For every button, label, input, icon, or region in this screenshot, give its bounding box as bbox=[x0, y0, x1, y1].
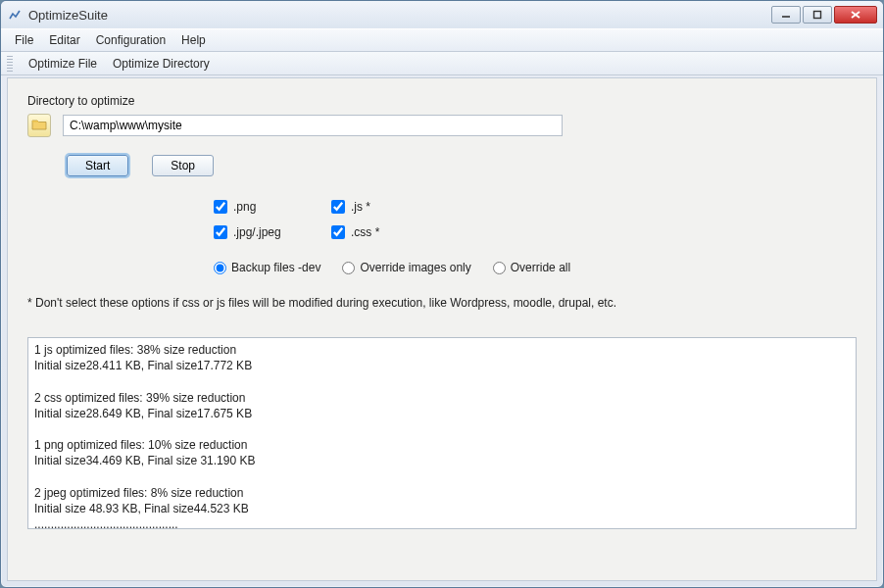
radio-override-all-label: Override all bbox=[511, 261, 570, 274]
toolbar-grip-icon bbox=[7, 56, 13, 72]
minimize-button[interactable] bbox=[771, 6, 801, 24]
directory-input[interactable] bbox=[63, 115, 563, 136]
client-area: Directory to optimize Start Stop .png .j… bbox=[7, 77, 877, 581]
checkbox-css[interactable]: .css * bbox=[331, 225, 449, 239]
action-buttons: Start Stop bbox=[67, 155, 857, 176]
checkbox-css-label: .css * bbox=[351, 225, 379, 239]
log-output[interactable]: 1 js optimized files: 38% size reduction… bbox=[28, 338, 856, 528]
checkbox-jpg-label: .jpg/.jpeg bbox=[233, 225, 281, 239]
start-button[interactable]: Start bbox=[67, 155, 128, 176]
radio-override-all-input[interactable] bbox=[493, 262, 506, 274]
browse-folder-button[interactable] bbox=[27, 114, 51, 137]
maximize-button[interactable] bbox=[803, 6, 832, 24]
checkbox-css-input[interactable] bbox=[331, 225, 345, 239]
filetype-options: .png .js * .jpg/.jpeg .css * bbox=[214, 200, 857, 239]
folder-icon bbox=[31, 118, 47, 134]
stop-button[interactable]: Stop bbox=[152, 155, 214, 176]
menu-configuration[interactable]: Configuration bbox=[88, 30, 173, 50]
window-controls bbox=[771, 6, 877, 24]
checkbox-js[interactable]: .js * bbox=[331, 200, 449, 214]
menu-help[interactable]: Help bbox=[173, 30, 214, 50]
radio-override-images-input[interactable] bbox=[342, 262, 355, 274]
radio-override-all[interactable]: Override all bbox=[493, 261, 570, 274]
checkbox-jpg-input[interactable] bbox=[214, 225, 227, 239]
checkbox-jpg[interactable]: .jpg/.jpeg bbox=[214, 225, 331, 239]
titlebar: OptimizeSuite bbox=[1, 1, 883, 28]
toolbar: Optimize File Optimize Directory bbox=[1, 52, 883, 75]
checkbox-png[interactable]: .png bbox=[214, 200, 331, 214]
directory-row bbox=[27, 114, 857, 137]
radio-backup-input[interactable] bbox=[214, 262, 226, 274]
mode-radios: Backup files -dev Override images only O… bbox=[214, 261, 857, 274]
toolbar-optimize-directory[interactable]: Optimize Directory bbox=[109, 55, 214, 73]
log-panel: 1 js optimized files: 38% size reduction… bbox=[27, 337, 857, 529]
close-button[interactable] bbox=[834, 6, 877, 24]
checkbox-png-input[interactable] bbox=[214, 200, 227, 214]
checkbox-png-label: .png bbox=[233, 200, 256, 214]
svg-rect-1 bbox=[814, 12, 821, 19]
menu-file[interactable]: File bbox=[7, 30, 41, 50]
footnote: * Don't select these options if css or j… bbox=[27, 296, 857, 310]
directory-label: Directory to optimize bbox=[27, 94, 857, 108]
app-window: OptimizeSuite File Editar Configuration … bbox=[0, 0, 884, 588]
menu-editar[interactable]: Editar bbox=[41, 30, 87, 50]
radio-backup-label: Backup files -dev bbox=[231, 261, 320, 274]
radio-backup[interactable]: Backup files -dev bbox=[214, 261, 320, 274]
checkbox-js-label: .js * bbox=[351, 200, 370, 214]
radio-override-images[interactable]: Override images only bbox=[342, 261, 470, 274]
toolbar-optimize-file[interactable]: Optimize File bbox=[25, 55, 101, 73]
checkbox-js-input[interactable] bbox=[331, 200, 345, 214]
window-title: OptimizeSuite bbox=[28, 8, 771, 23]
app-icon bbox=[7, 7, 23, 23]
radio-override-images-label: Override images only bbox=[360, 261, 470, 274]
menubar: File Editar Configuration Help bbox=[1, 28, 883, 52]
